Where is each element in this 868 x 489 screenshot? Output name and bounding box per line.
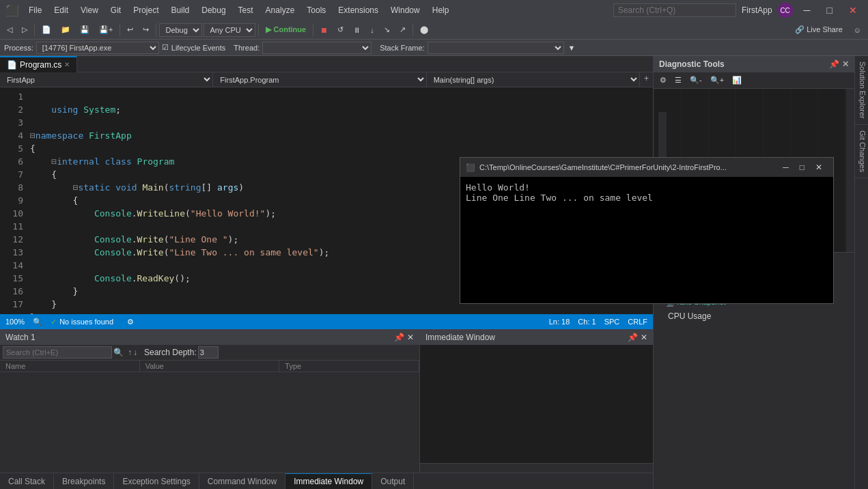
tab-program-cs[interactable]: 📄 Program.cs ✕ bbox=[0, 56, 77, 72]
toolbar-sep-1 bbox=[34, 24, 35, 36]
lifecycle-events-button[interactable]: ☑ Lifecycle Events bbox=[162, 43, 225, 52]
sidebar-tab-git-changes[interactable]: Git Changes bbox=[855, 125, 868, 178]
debug-config-select[interactable]: Debug bbox=[159, 23, 202, 37]
watch-search-input[interactable] bbox=[3, 346, 112, 359]
watch-panel-title: Watch 1 bbox=[5, 333, 394, 342]
diag-select-icon[interactable]: ☰ bbox=[671, 74, 685, 86]
menu-file[interactable]: File bbox=[23, 3, 47, 18]
toolbar-sep-5 bbox=[313, 24, 313, 36]
process-label: Process: bbox=[4, 44, 33, 52]
save-all-button[interactable]: 💾+ bbox=[95, 23, 117, 36]
save-button[interactable]: 💾 bbox=[76, 23, 94, 36]
menu-git[interactable]: Git bbox=[105, 3, 126, 18]
menu-help[interactable]: Help bbox=[427, 3, 455, 18]
menu-edit[interactable]: Edit bbox=[48, 3, 74, 18]
search-icon[interactable]: 🔍 bbox=[113, 348, 124, 357]
global-search-input[interactable] bbox=[613, 3, 736, 17]
search-depth-label: Search Depth: bbox=[144, 348, 197, 357]
console-maximize-button[interactable]: □ bbox=[794, 160, 810, 175]
timeline-scrollbar[interactable] bbox=[846, 89, 854, 252]
cpu-usage-section-header[interactable]: ▶ CPU Usage bbox=[654, 309, 854, 324]
live-share-button[interactable]: 🔗 Live Share bbox=[791, 23, 847, 36]
new-file-button[interactable]: 📄 bbox=[38, 23, 55, 36]
toolbar-sep-2 bbox=[120, 24, 120, 36]
immediate-pin-icon[interactable]: 📌 bbox=[628, 333, 638, 342]
menu-view[interactable]: View bbox=[75, 3, 104, 18]
stack-frame-down-icon[interactable]: ▼ bbox=[568, 44, 576, 52]
git-status-icon: ⚙ bbox=[127, 318, 134, 326]
class-dropdown[interactable]: FirstApp.Program bbox=[213, 72, 426, 87]
process-bar: Process: [14776] FirstApp.exe ☑ Lifecycl… bbox=[0, 40, 868, 56]
status-bar: 100% 🔍 ✓ No issues found ⚙ Ln: 18 Ch: 1 … bbox=[0, 314, 653, 329]
tab-call-stack[interactable]: Call Stack bbox=[0, 473, 54, 490]
tab-output[interactable]: Output bbox=[372, 473, 414, 490]
line-info: Ln: 18 bbox=[549, 318, 570, 326]
step-out-button[interactable]: ↗ bbox=[395, 23, 410, 36]
back-button[interactable]: ◁ bbox=[3, 23, 16, 36]
thread-select[interactable] bbox=[262, 42, 372, 54]
pause-button[interactable]: ⏸ bbox=[349, 24, 365, 36]
menu-build[interactable]: Build bbox=[166, 3, 195, 18]
restart-button[interactable]: ↺ bbox=[333, 23, 348, 36]
console-window: ⬛ C:\Temp\OnlineCourses\GameInstitute\C#… bbox=[460, 157, 834, 304]
menu-window[interactable]: Window bbox=[385, 3, 425, 18]
method-dropdown[interactable]: Main(string[] args) bbox=[427, 72, 640, 87]
step-into-button[interactable]: ↘ bbox=[380, 23, 394, 36]
avatar[interactable]: CC bbox=[778, 3, 793, 18]
tab-command-window[interactable]: Command Window bbox=[199, 473, 285, 490]
add-member-icon[interactable]: + bbox=[640, 72, 653, 87]
console-minimize-button[interactable]: ─ bbox=[777, 160, 794, 175]
diag-zoom-out-icon[interactable]: 🔍- bbox=[686, 74, 705, 86]
stop-button[interactable]: ⏹ bbox=[316, 24, 332, 36]
tab-exception-settings[interactable]: Exception Settings bbox=[114, 473, 199, 490]
sidebar-tab-solution-explorer[interactable]: Solution Explorer bbox=[855, 56, 868, 125]
diag-pin-icon[interactable]: 📌 bbox=[829, 59, 839, 69]
step-over-button[interactable]: ↓ bbox=[366, 24, 378, 36]
sort-desc-icon[interactable]: ↓ bbox=[133, 348, 137, 357]
diag-zoom-in-icon[interactable]: 🔍+ bbox=[707, 74, 727, 86]
diag-close-icon[interactable]: ✕ bbox=[842, 59, 849, 69]
process-select[interactable]: [14776] FirstApp.exe bbox=[36, 42, 159, 54]
menu-debug[interactable]: Debug bbox=[196, 3, 231, 18]
search-depth-input[interactable] bbox=[198, 346, 219, 359]
watch-table-header: Name Value Type bbox=[0, 361, 419, 372]
sort-asc-icon[interactable]: ↑ bbox=[128, 348, 132, 357]
menu-analyze[interactable]: Analyze bbox=[260, 3, 300, 18]
file-icon: 📄 bbox=[7, 60, 17, 70]
platform-select[interactable]: Any CPU bbox=[204, 23, 255, 37]
redo-button[interactable]: ↪ bbox=[139, 23, 153, 36]
close-button[interactable]: ✕ bbox=[843, 2, 863, 18]
undo-button[interactable]: ↩ bbox=[123, 23, 137, 36]
menu-project[interactable]: Project bbox=[128, 3, 164, 18]
tab-close-button[interactable]: ✕ bbox=[64, 61, 70, 68]
diag-settings-icon[interactable]: ⚙ bbox=[656, 74, 670, 86]
maximize-button[interactable]: □ bbox=[822, 2, 838, 18]
menu-test[interactable]: Test bbox=[233, 3, 259, 18]
zoom-level[interactable]: 100% bbox=[5, 318, 25, 326]
open-file-button[interactable]: 📁 bbox=[57, 23, 74, 36]
continue-button[interactable]: ▶ Continue bbox=[262, 23, 310, 36]
diagnostic-tools-header: Diagnostic Tools 📌 ✕ bbox=[654, 56, 854, 72]
immediate-content[interactable] bbox=[420, 345, 653, 463]
console-close-button[interactable]: ✕ bbox=[810, 160, 828, 175]
checkbox-icon: ☑ bbox=[162, 43, 169, 52]
watch-panel-pin-icon[interactable]: 📌 bbox=[394, 333, 404, 342]
forward-button[interactable]: ▷ bbox=[18, 23, 31, 36]
immediate-scrollbar[interactable] bbox=[420, 463, 653, 473]
tab-bar: 📄 Program.cs ✕ bbox=[0, 56, 653, 72]
namespace-dropdown[interactable]: FirstApp bbox=[0, 72, 213, 87]
breakpoint-button[interactable]: ⬤ bbox=[416, 23, 432, 36]
stack-frame-select[interactable] bbox=[428, 42, 564, 54]
watch-panel-close-icon[interactable]: ✕ bbox=[407, 333, 414, 342]
tab-immediate-window[interactable]: Immediate Window bbox=[285, 473, 372, 490]
diag-chart-icon[interactable]: 📊 bbox=[729, 74, 745, 86]
col-name: Name bbox=[0, 361, 140, 372]
immediate-close-icon[interactable]: ✕ bbox=[641, 333, 647, 342]
menu-extensions[interactable]: Extensions bbox=[333, 3, 384, 18]
feedback-button[interactable]: ☺ bbox=[850, 24, 865, 36]
tab-breakpoints[interactable]: Breakpoints bbox=[54, 473, 114, 490]
minimize-button[interactable]: ─ bbox=[798, 2, 816, 18]
no-issues-icon: ✓ bbox=[51, 318, 57, 326]
menu-tools[interactable]: Tools bbox=[301, 3, 331, 18]
toolbar-sep-3 bbox=[156, 24, 156, 36]
